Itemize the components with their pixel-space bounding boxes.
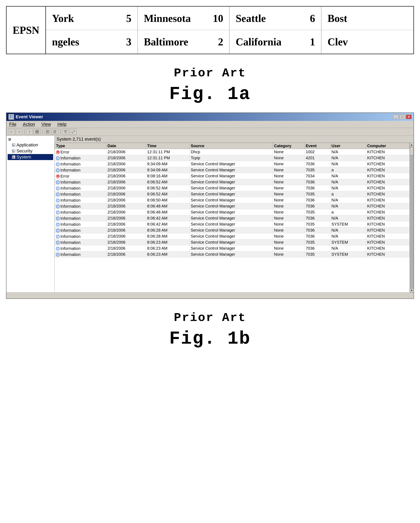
table-cell: KITCHEN [366, 197, 409, 203]
table-row[interactable]: i Information 2/18/20068:06:50 AMService… [55, 197, 410, 203]
table-cell: Service Control Manager [190, 245, 273, 252]
svg-rect-8 [37, 132, 39, 133]
col-date[interactable]: Date [106, 143, 146, 149]
table-cell: 7035 [304, 252, 330, 257]
row-type-icon: i Information [56, 234, 80, 239]
col-category[interactable]: Category [273, 143, 304, 149]
table-row[interactable]: i Information 2/18/20068:06:52 AMService… [55, 179, 410, 185]
table-cell: i Information [55, 245, 106, 252]
table-cell: None [273, 173, 304, 179]
table-cell: None [273, 203, 304, 209]
table-row[interactable]: i Information 2/18/20068:06:23 AMService… [55, 245, 410, 252]
table-row[interactable]: i Information 2/18/20068:06:28 AMService… [55, 227, 410, 233]
table-row[interactable]: i Information 2/18/20068:06:48 AMService… [55, 203, 410, 209]
table-row[interactable]: i Information 2/18/20068:06:28 AMService… [55, 233, 410, 239]
grid-view-button[interactable] [34, 129, 40, 135]
events-table: Type Date Time Source Category Event Use… [55, 143, 410, 257]
table-row[interactable]: i Information 2/18/20068:06:52 AMService… [55, 185, 410, 191]
table-cell: 12:31:11 PM [146, 149, 190, 155]
table-row[interactable]: i Information 2/18/20069:34:09 AMService… [55, 167, 410, 173]
team-name-0: York [52, 12, 119, 24]
table-cell: 2/18/2006 [106, 227, 146, 233]
row-type-icon: ✖ Error [56, 174, 69, 179]
col-time[interactable]: Time [146, 143, 190, 149]
table-row[interactable]: i Information 2/18/20068:06:23 AMService… [55, 252, 410, 257]
team-name-7: Clev [327, 36, 407, 48]
table-row[interactable]: i Information 2/18/20068:06:52 AMService… [55, 191, 410, 197]
table-cell: ✖ Error [55, 173, 106, 179]
table-row[interactable]: i Information 2/18/20069:34:09 AMService… [55, 161, 410, 167]
table-row[interactable]: i Information 2/18/20068:06:23 AMService… [55, 239, 410, 245]
toolbar: ← → ↑ [6, 128, 414, 136]
col-type[interactable]: Type [55, 143, 106, 149]
row-type-icon: i Information [56, 198, 80, 203]
table-cell: i Information [55, 209, 106, 215]
sidebar-application-label: Application [16, 142, 38, 148]
table-row[interactable]: ✖ Error 2/18/200612:31:11 PMDhcpNone1002… [55, 149, 410, 155]
maximize-button[interactable]: □ [400, 115, 405, 119]
table-cell: N/A [330, 185, 366, 191]
team-name-6: California [236, 36, 303, 48]
col-user[interactable]: User [330, 143, 366, 149]
minimize-button[interactable]: _ [393, 115, 399, 119]
table-row[interactable]: i Information 2/18/20068:06:42 AMService… [55, 215, 410, 221]
export-button[interactable] [52, 129, 59, 135]
table-cell: 8:08:16 AM [146, 173, 190, 179]
table-cell: 2/18/2006 [106, 167, 146, 173]
menu-file[interactable]: File [8, 121, 17, 127]
table-cell: KITCHEN [366, 227, 409, 233]
scroll-thumb[interactable] [410, 147, 413, 155]
window-body: 🖥 Application [6, 136, 414, 293]
menu-help[interactable]: Help [56, 121, 68, 127]
scroll-down-button[interactable]: ▼ [410, 288, 414, 293]
table-cell: Dhcp [190, 149, 273, 155]
sidebar-item-application[interactable]: Application [8, 142, 53, 148]
table-cell: 8:06:28 AM [146, 233, 190, 239]
table-cell: None [273, 233, 304, 239]
scroll-track[interactable] [410, 147, 414, 288]
sidebar-item-system[interactable]: System [8, 154, 53, 160]
table-row[interactable]: ✖ Error 2/18/20068:08:16 AMService Contr… [55, 173, 410, 179]
table-cell: KITCHEN [366, 161, 409, 167]
forward-button[interactable]: → [16, 129, 23, 135]
table-cell: N/A [330, 203, 366, 209]
col-event[interactable]: Event [304, 143, 330, 149]
col-computer[interactable]: Computer [366, 143, 409, 149]
menu-action[interactable]: Action [22, 121, 36, 127]
table-cell: 8:06:23 AM [146, 245, 190, 252]
close-button[interactable]: ✕ [406, 115, 412, 119]
menu-view[interactable]: View [40, 121, 52, 127]
table-cell: 8:06:28 AM [146, 227, 190, 233]
table-row[interactable]: i Information 2/18/20068:06:48 AMService… [55, 209, 410, 215]
table-cell: None [273, 227, 304, 233]
table-cell: KITCHEN [366, 191, 409, 197]
properties-button[interactable] [44, 129, 51, 135]
scrollbar[interactable]: ▲ ▼ [410, 143, 414, 293]
sidebar-item-security[interactable]: Security [8, 148, 53, 154]
col-source[interactable]: Source [190, 143, 273, 149]
back-button[interactable]: ← [8, 129, 15, 135]
table-cell: None [273, 161, 304, 167]
row-type-icon: i Information [56, 216, 80, 221]
table-cell: a [330, 191, 366, 197]
table-cell: 2/18/2006 [106, 185, 146, 191]
svg-rect-13 [54, 130, 56, 133]
table-cell: 7035 [304, 191, 330, 197]
table-cell: i Information [55, 179, 106, 185]
refresh-button[interactable] [70, 129, 77, 135]
table-cell: 7036 [304, 203, 330, 209]
toolbar-separator-1 [24, 129, 24, 135]
table-cell: 4201 [304, 155, 330, 161]
scroll-up-button[interactable]: ▲ [410, 143, 414, 147]
table-cell: 2/18/2006 [106, 197, 146, 203]
filter-button[interactable] [62, 129, 69, 135]
table-cell: KITCHEN [366, 239, 409, 245]
table-cell: i Information [55, 185, 106, 191]
table-cell: N/A [330, 161, 366, 167]
table-row[interactable]: i Information 2/18/200612:31:11 PMTcpipN… [55, 155, 410, 161]
table-cell: Service Control Manager [190, 209, 273, 215]
table-row[interactable]: i Information 2/18/20068:06:42 AMService… [55, 221, 410, 227]
up-button[interactable]: ↑ [26, 129, 33, 135]
score-cell-2: Seattle 6 [230, 7, 321, 30]
table-cell: KITCHEN [366, 167, 409, 173]
